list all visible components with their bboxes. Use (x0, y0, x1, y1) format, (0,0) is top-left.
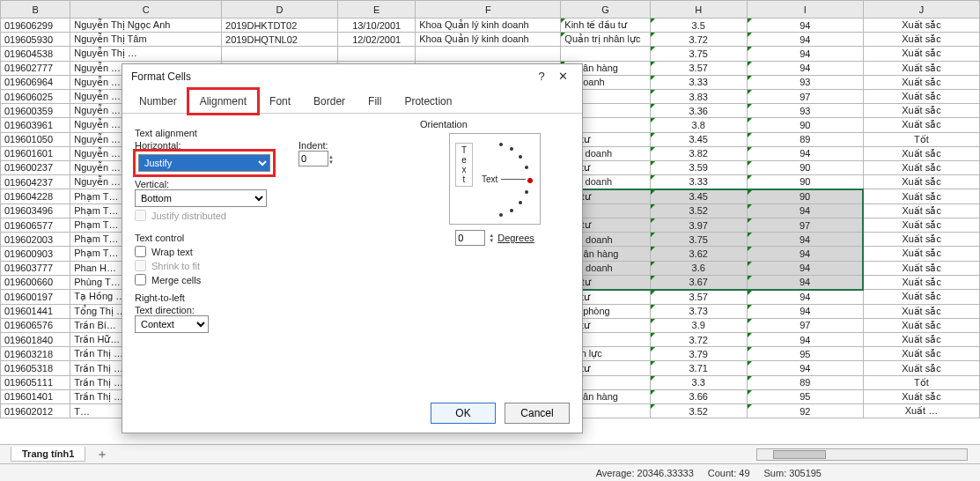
cell[interactable]: Xuất sắc (863, 47, 979, 61)
tab-protection[interactable]: Protection (393, 89, 463, 114)
wrap-text-checkbox[interactable] (135, 246, 146, 257)
cell[interactable]: 97 (747, 218, 863, 232)
cell[interactable]: Nguyễn Thị Ngọc Anh (70, 18, 222, 33)
cell[interactable]: 3.59 (650, 160, 747, 174)
close-icon[interactable]: ✕ (552, 70, 573, 83)
cell[interactable]: Xuất sắc (863, 204, 979, 218)
cell[interactable]: Xuất sắc (863, 160, 979, 174)
orientation-vertical-text[interactable]: Text (455, 143, 473, 187)
tab-fill[interactable]: Fill (357, 89, 393, 114)
cell[interactable]: 3.57 (650, 290, 747, 305)
cell[interactable]: Xuất sắc (863, 275, 979, 290)
cell[interactable]: 019606964 (1, 75, 70, 89)
cell[interactable]: 95 (747, 389, 863, 403)
col-header-C[interactable]: C (70, 1, 222, 18)
cell[interactable]: 3.83 (650, 89, 747, 103)
cell[interactable]: Xuất sắc (863, 347, 979, 361)
cell[interactable]: Xuất sắc (863, 333, 979, 347)
cell[interactable]: 94 (747, 61, 863, 75)
cell[interactable]: 019602012 (1, 404, 70, 418)
cell[interactable]: Xuất sắc (863, 189, 979, 204)
cell[interactable]: 90 (747, 160, 863, 174)
cell[interactable] (338, 47, 416, 61)
col-header-E[interactable]: E (338, 1, 416, 18)
cell[interactable]: 019604237 (1, 175, 70, 189)
cell[interactable]: 95 (747, 347, 863, 361)
cell[interactable]: 019601401 (1, 389, 70, 403)
cell[interactable]: 019605111 (1, 375, 70, 389)
cell[interactable]: 019602003 (1, 233, 70, 247)
cell[interactable]: 3.72 (650, 33, 747, 47)
cell[interactable]: 019604228 (1, 189, 70, 204)
cell[interactable]: 3.45 (650, 132, 747, 146)
cell[interactable]: Xuất sắc (863, 218, 979, 232)
cell[interactable]: 3.75 (650, 47, 747, 61)
cell[interactable]: 2019DHKTDT02 (222, 18, 338, 33)
orientation-dial[interactable]: Text Text (449, 133, 541, 225)
cell[interactable]: 3.33 (650, 175, 747, 189)
cell[interactable]: Xuất sắc (863, 118, 979, 132)
col-header-J[interactable]: J (863, 1, 979, 18)
cell[interactable]: Tốt (863, 375, 979, 389)
cell[interactable]: Xuất sắc (863, 146, 979, 160)
cell[interactable] (561, 47, 650, 61)
cell[interactable]: Quản trị nhân lực (561, 33, 650, 47)
cell[interactable]: 019601601 (1, 146, 70, 160)
cell[interactable]: 3.73 (650, 304, 747, 318)
cell[interactable]: Xuất sắc (863, 247, 979, 261)
cell[interactable]: 3.3 (650, 375, 747, 389)
cell[interactable]: 89 (747, 375, 863, 389)
cell[interactable]: 3.36 (650, 104, 747, 118)
cell[interactable]: Xuất sắc (863, 18, 979, 33)
col-header-H[interactable]: H (650, 1, 747, 18)
sheet-tab[interactable]: Trang tính1 (11, 447, 85, 462)
cell[interactable]: 3.72 (650, 333, 747, 347)
cell[interactable]: Xuất sắc (863, 75, 979, 89)
col-header-D[interactable]: D (222, 1, 338, 18)
cell[interactable]: Khoa Quản lý kinh doanh (416, 33, 561, 47)
cell[interactable]: Xuất sắc (863, 261, 979, 275)
ok-button[interactable]: OK (431, 403, 496, 424)
cell[interactable]: 92 (747, 404, 863, 418)
cell[interactable]: 94 (747, 361, 863, 375)
cell[interactable]: 94 (747, 247, 863, 261)
help-icon[interactable]: ? (531, 70, 552, 83)
cell[interactable]: 019600237 (1, 160, 70, 174)
col-header-B[interactable]: B (1, 1, 70, 18)
cell[interactable]: 94 (747, 233, 863, 247)
cell[interactable]: 94 (747, 304, 863, 318)
cell[interactable] (222, 47, 338, 61)
cell[interactable]: Xuất sắc (863, 89, 979, 103)
cell[interactable]: 019603218 (1, 347, 70, 361)
cell[interactable]: 94 (747, 146, 863, 160)
table-row[interactable]: 019604538Nguyễn Thị …3.7594Xuất sắc (1, 47, 980, 61)
horizontal-select[interactable]: Justify (138, 154, 270, 172)
cell[interactable]: Nguyễn Thị Tâm (70, 33, 222, 47)
cell[interactable]: 94 (747, 18, 863, 33)
cell[interactable]: 90 (747, 189, 863, 204)
cell[interactable]: 3.9 (650, 318, 747, 332)
cell[interactable]: 019606576 (1, 318, 70, 332)
cell[interactable]: 3.8 (650, 118, 747, 132)
cell[interactable]: 93 (747, 75, 863, 89)
cell[interactable]: Xuất sắc (863, 61, 979, 75)
cell[interactable]: 019601441 (1, 304, 70, 318)
cell[interactable]: 13/10/2001 (338, 18, 416, 33)
cell[interactable]: 2019DHQTNL02 (222, 33, 338, 47)
cell[interactable]: 94 (747, 204, 863, 218)
cell[interactable]: 94 (747, 47, 863, 61)
cell[interactable]: 12/02/2001 (338, 33, 416, 47)
cell[interactable]: Nguyễn Thị … (70, 47, 222, 61)
cell[interactable]: 97 (747, 318, 863, 332)
cell[interactable]: Xuất sắc (863, 33, 979, 47)
cell[interactable]: 3.97 (650, 218, 747, 232)
table-row[interactable]: 019605930Nguyễn Thị Tâm2019DHQTNL0212/02… (1, 33, 980, 47)
cell[interactable]: 3.52 (650, 204, 747, 218)
cell[interactable]: Xuất sắc (863, 389, 979, 403)
cell[interactable]: 019606577 (1, 218, 70, 232)
merge-cells-checkbox[interactable] (135, 274, 146, 285)
cell[interactable]: 3.57 (650, 61, 747, 75)
tab-font[interactable]: Font (258, 89, 302, 114)
cell[interactable]: 94 (747, 261, 863, 275)
cell[interactable]: Xuất … (863, 404, 979, 418)
